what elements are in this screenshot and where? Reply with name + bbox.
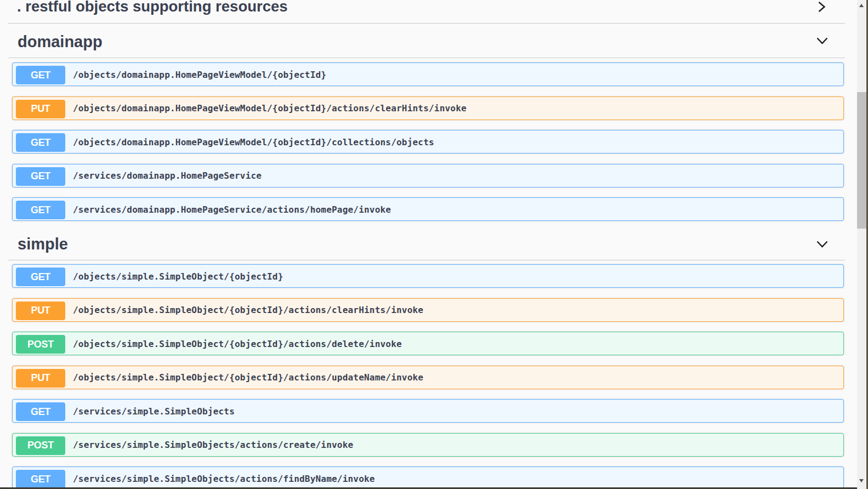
method-badge: GET (16, 470, 65, 488)
endpoint-path: /objects/domainapp.HomePageViewModel/{ob… (73, 103, 467, 113)
endpoint-path: /objects/simple.SimpleObject/{objectId}/… (73, 305, 423, 315)
method-badge: PUT (16, 302, 65, 320)
method-badge: GET (16, 167, 65, 186)
method-badge: GET (16, 201, 65, 219)
chevron-right-icon[interactable] (818, 1, 826, 13)
opblock-get[interactable]: GET/objects/domainapp.HomePageViewModel/… (12, 130, 844, 153)
endpoint-path: /services/simple.SimpleObjects/actions/f… (73, 473, 375, 484)
method-badge: GET (16, 133, 65, 152)
divider (8, 58, 845, 58)
method-badge: GET (16, 268, 65, 286)
tag-section-header-domainapp[interactable]: domainapp (18, 32, 103, 52)
chevron-down-icon[interactable] (816, 37, 829, 45)
endpoint-path: /services/simple.SimpleObjects (73, 406, 235, 416)
method-badge: PUT (16, 100, 65, 118)
scrollbar-track[interactable] (857, 0, 866, 489)
method-badge: POST (16, 436, 65, 455)
scrollbar-up-icon[interactable] (859, 4, 864, 7)
chevron-down-icon[interactable] (816, 241, 829, 248)
opblock-post[interactable]: POST/services/simple.SimpleObjects/actio… (12, 433, 844, 457)
opblock-put[interactable]: PUT/objects/simple.SimpleObject/{objectI… (12, 298, 844, 322)
scrollbar-thumb[interactable] (857, 92, 866, 229)
endpoint-path: /services/domainapp.HomePageService/acti… (73, 204, 391, 214)
opblock-get[interactable]: GET/services/simple.SimpleObjects/action… (12, 467, 844, 489)
endpoint-path: /objects/simple.SimpleObject/{objectId} (73, 271, 283, 281)
divider (8, 260, 845, 260)
opblock-get[interactable]: GET/services/simple.SimpleObjects (12, 399, 844, 423)
endpoint-path: /services/domainapp.HomePageService (73, 170, 262, 181)
method-badge: GET (16, 66, 65, 84)
endpoint-path: /objects/simple.SimpleObject/{objectId}/… (73, 372, 423, 383)
divider (8, 23, 845, 24)
opblock-get[interactable]: GET/objects/domainapp.HomePageViewModel/… (12, 62, 844, 86)
endpoint-path: /services/simple.SimpleObjects/actions/c… (73, 440, 353, 450)
opblock-get[interactable]: GET/objects/simple.SimpleObject/{objectI… (12, 264, 844, 288)
method-badge: PUT (16, 369, 65, 388)
endpoint-path: /objects/domainapp.HomePageViewModel/{ob… (73, 137, 434, 147)
opblock-put[interactable]: PUT/objects/simple.SimpleObject/{objectI… (12, 366, 844, 389)
method-badge: GET (16, 402, 65, 421)
scrollbar-down-icon[interactable] (859, 479, 864, 482)
opblock-post[interactable]: POST/objects/simple.SimpleObject/{object… (12, 332, 844, 355)
method-badge: POST (16, 335, 65, 354)
opblock-get[interactable]: GET/services/domainapp.HomePageService/a… (12, 197, 844, 221)
opblock-put[interactable]: PUT/objects/domainapp.HomePageViewModel/… (12, 96, 844, 120)
collapsed-section-title[interactable]: . restful objects supporting resources (17, 0, 288, 15)
endpoint-path: /objects/simple.SimpleObject/{objectId}/… (73, 338, 402, 349)
opblock-get[interactable]: GET/services/domainapp.HomePageService (12, 164, 844, 187)
endpoint-path: /objects/domainapp.HomePageViewModel/{ob… (73, 69, 326, 79)
tag-section-header-simple[interactable]: simple (18, 235, 68, 254)
